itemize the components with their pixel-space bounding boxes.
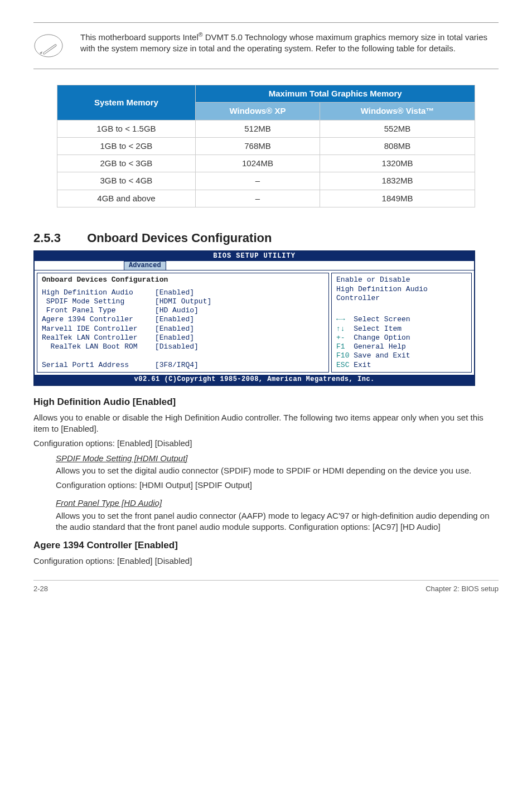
bios-tab-advanced[interactable]: Advanced xyxy=(124,261,166,270)
hd-audio-cfg: Configuration options: [Enabled] [Disabl… xyxy=(33,438,499,449)
hd-audio-heading: High Definition Audio [Enabled] xyxy=(33,396,499,409)
cell-sys: 2GB to < 3GB xyxy=(57,155,195,172)
bios-item[interactable]: Marvell IDE Controller [Enabled] xyxy=(42,325,324,334)
nav-key-arrows-lr-icon: ←→ xyxy=(336,315,345,323)
bios-panel-header: Onboard Devices Configuration xyxy=(42,276,324,284)
bios-item[interactable]: RealTek LAN Controller [Enabled] xyxy=(42,334,324,342)
cell-sys: 1GB to < 1.5GB xyxy=(57,120,195,137)
table-row: 1GB to < 2GB768MB808MB xyxy=(57,137,475,154)
nav-txt: Change Option xyxy=(345,334,410,342)
nav-key-plusminus: +- xyxy=(336,334,345,342)
bios-nav-help: ←→ Select Screen ↑↓ Select Item +- Chang… xyxy=(336,315,467,370)
nav-txt: Save and Exit xyxy=(349,351,410,360)
th-max-mem: Maximum Total Graphics Memory xyxy=(196,85,475,103)
fp-title: Front Panel Type [HD Audio] xyxy=(56,497,499,509)
spdif-cfg: Configuration options: [HDMI Output] [SP… xyxy=(56,480,499,491)
bios-left-panel: Onboard Devices Configuration High Defin… xyxy=(37,273,329,373)
graphics-memory-table: System Memory Maximum Total Graphics Mem… xyxy=(57,85,476,207)
bios-footer: v02.61 (C)Copyright 1985-2008, American … xyxy=(35,375,474,385)
note-reg: ® xyxy=(199,31,203,38)
bios-help-text: Enable or Disable High Definition Audio … xyxy=(336,276,467,303)
nav-key-f10: F10 xyxy=(336,351,349,360)
bios-item[interactable]: RealTek LAN Boot ROM [Disabled] xyxy=(42,342,324,351)
cell-xp: – xyxy=(196,172,320,190)
nav-txt: Select Item xyxy=(345,325,402,333)
bios-item[interactable]: Serial Port1 Address [3F8/IRQ4] xyxy=(42,361,324,370)
th-system-memory: System Memory xyxy=(57,85,195,120)
cell-vista: 1320MB xyxy=(320,155,475,172)
chapter-label: Chapter 2: BIOS setup xyxy=(425,584,499,594)
nav-key-f1: F1 xyxy=(336,342,345,351)
table-row: 3GB to < 4GB–1832MB xyxy=(57,172,475,190)
cell-vista: 1832MB xyxy=(320,172,475,190)
table-row: 1GB to < 1.5GB512MB552MB xyxy=(57,120,475,137)
frontpanel-block: Front Panel Type [HD Audio] Allows you t… xyxy=(56,497,499,533)
spdif-body: Allows you to set the digital audio conn… xyxy=(56,465,499,476)
section-title: Onboard Devices Configuration xyxy=(87,231,272,245)
nav-txt: General Help xyxy=(345,342,406,351)
agere-cfg: Configuration options: [Enabled] [Disabl… xyxy=(33,555,499,567)
th-winxp: Windows® XP xyxy=(196,103,320,120)
table-row: 4GB and above–1849MB xyxy=(57,190,475,207)
nav-txt: Exit xyxy=(349,361,371,369)
hd-audio-para: Allows you to enable or disable the High… xyxy=(33,412,499,435)
bios-item[interactable]: High Definition Audio [Enabled] xyxy=(42,288,324,297)
spdif-block: SPDIF Mode Setting [HDMI Output] Allows … xyxy=(56,453,499,491)
fp-body: Allows you to set the front panel audio … xyxy=(56,510,499,533)
svg-point-0 xyxy=(35,35,62,57)
bios-item[interactable]: Agere 1394 Controller [Enabled] xyxy=(42,315,324,324)
bios-right-panel: Enable or Disable High Definition Audio … xyxy=(331,273,472,373)
bios-item[interactable]: SPDIF Mode Setting [HDMI Output] xyxy=(42,297,324,306)
section-heading: 2.5.3 Onboard Devices Configuration xyxy=(33,230,499,247)
th-vista: Windows® Vista™ xyxy=(320,103,475,120)
bios-screenshot: BIOS SETUP UTILITY Advanced Onboard Devi… xyxy=(33,250,475,386)
spdif-title: SPDIF Mode Setting [HDMI Output] xyxy=(56,453,499,464)
note-callout: This motherboard supports Intel® DVMT 5.… xyxy=(33,22,499,69)
note-text: This motherboard supports Intel® DVMT 5.… xyxy=(80,31,499,55)
agere-heading: Agere 1394 Controller [Enabled] xyxy=(33,539,499,552)
cell-sys: 3GB to < 4GB xyxy=(57,172,195,190)
svg-rect-1 xyxy=(43,44,57,55)
page-footer: 2-28 Chapter 2: BIOS setup xyxy=(33,580,499,594)
bios-item[interactable]: Front Panel Type [HD Audio] xyxy=(42,306,324,315)
table-row: 2GB to < 3GB1024MB1320MB xyxy=(57,155,475,172)
bios-title: BIOS SETUP UTILITY xyxy=(35,252,474,261)
nav-txt: Select Screen xyxy=(345,315,410,323)
bios-titlebar: BIOS SETUP UTILITY Advanced xyxy=(35,252,474,270)
cell-sys: 4GB and above xyxy=(57,190,195,207)
cell-xp: 512MB xyxy=(196,120,320,137)
page-number: 2-28 xyxy=(33,584,48,594)
note-text-pre: This motherboard supports Intel xyxy=(80,32,199,42)
pencil-note-icon xyxy=(33,31,64,61)
cell-sys: 1GB to < 2GB xyxy=(57,137,195,154)
cell-xp: – xyxy=(196,190,320,207)
cell-xp: 1024MB xyxy=(196,155,320,172)
svg-marker-2 xyxy=(40,51,42,54)
section-number: 2.5.3 xyxy=(33,230,84,247)
cell-vista: 552MB xyxy=(320,120,475,137)
nav-key-arrows-ud-icon: ↑↓ xyxy=(336,325,345,333)
cell-vista: 808MB xyxy=(320,137,475,154)
cell-vista: 1849MB xyxy=(320,190,475,207)
nav-key-esc: ESC xyxy=(336,361,349,369)
cell-xp: 768MB xyxy=(196,137,320,154)
